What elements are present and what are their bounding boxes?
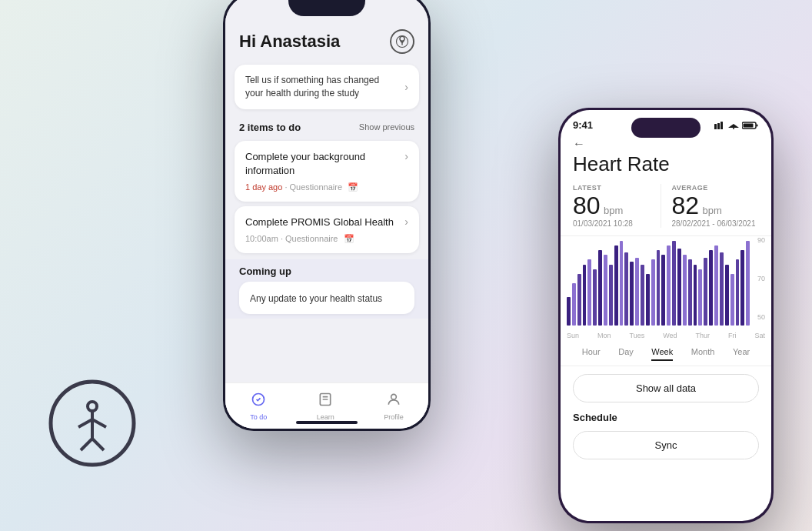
- nav-learn[interactable]: Learn: [317, 392, 334, 421]
- nav-profile[interactable]: Profile: [384, 392, 404, 421]
- chart-bar-34: [746, 241, 750, 326]
- todo-card-2[interactable]: Complete PROMIS Global Health › 10:00am …: [235, 206, 419, 253]
- nav-todo[interactable]: To do: [250, 392, 267, 421]
- latest-value: 80: [573, 192, 601, 219]
- svg-rect-19: [720, 122, 723, 129]
- logo: [46, 377, 138, 469]
- chart-bar-19: [667, 245, 671, 326]
- show-previous-link[interactable]: Show previous: [359, 122, 414, 132]
- x-label-tue: Tues: [630, 332, 645, 339]
- todo-card-2-time: 10:00am: [245, 234, 278, 243]
- status-icons: [714, 122, 759, 129]
- y-label-70: 70: [757, 275, 765, 282]
- greeting-text: Hi Anastasia: [239, 32, 340, 52]
- chart-bar-3: [583, 265, 587, 326]
- chart-bar-25: [698, 269, 702, 326]
- chart-bar-8: [609, 265, 613, 326]
- nav-todo-label: To do: [250, 413, 267, 421]
- chart-bar-24: [694, 265, 697, 326]
- svg-line-6: [92, 439, 104, 450]
- x-label-fri: Fri: [728, 332, 737, 339]
- chart-bar-7: [604, 255, 607, 326]
- heart-rate-chart: 90 70 50: [561, 236, 771, 329]
- latest-date: 01/03/2021 10:28: [573, 219, 661, 228]
- tab-week[interactable]: Week: [651, 344, 673, 361]
- chart-y-labels: 90 70 50: [757, 236, 765, 321]
- coming-up-section: Coming up Any update to your health stat…: [225, 259, 428, 319]
- dynamic-island: [631, 118, 701, 138]
- todo-card-1[interactable]: Complete your background information › 1…: [235, 141, 419, 202]
- heart-rate-title: Heart Rate: [561, 152, 771, 184]
- chart-bar-21: [677, 249, 681, 326]
- home-indicator: [296, 421, 358, 424]
- y-label-50: 50: [757, 313, 765, 321]
- avatar-icon[interactable]: [390, 29, 414, 54]
- latest-stat: LATEST 80 bpm 01/03/2021 10:28: [573, 184, 661, 228]
- chart-bar-26: [704, 258, 707, 326]
- chart-bar-9: [614, 245, 618, 326]
- chart-bar-11: [624, 252, 628, 326]
- todo-card-2-type: Questionnaire: [285, 234, 338, 243]
- status-time: 9:41: [573, 119, 593, 131]
- svg-point-7: [400, 36, 404, 41]
- profile-icon: [386, 392, 401, 411]
- chart-bar-29: [720, 252, 724, 326]
- chart-bar-23: [688, 259, 692, 326]
- chart-bar-17: [657, 250, 661, 326]
- chart-bar-20: [672, 241, 676, 326]
- chart-bar-22: [683, 255, 687, 326]
- x-label-sun: Sun: [567, 332, 579, 339]
- chart-bar-32: [736, 259, 740, 326]
- chevron-right-icon-1: ›: [404, 150, 408, 162]
- calendar-icon: 📅: [348, 182, 358, 192]
- latest-label: LATEST: [573, 184, 661, 192]
- todo-card-2-meta: 10:00am · Questionnaire 📅: [245, 234, 408, 244]
- chart-bar-30: [725, 265, 729, 326]
- x-label-thu: Thur: [696, 332, 710, 339]
- calendar-icon-2: 📅: [344, 234, 354, 243]
- chart-bar-31: [730, 274, 734, 326]
- todo-section-header: 2 items to do Show previous: [225, 114, 428, 138]
- chart-bar-13: [635, 258, 639, 326]
- todo-card-1-type: Questionnaire: [290, 182, 343, 192]
- chart-bar-15: [646, 274, 650, 326]
- todo-card-1-overdue: 1 day ago: [245, 182, 282, 192]
- latest-unit: bpm: [604, 205, 623, 216]
- average-stat: AVERAGE 82 bpm 28/02/2021 - 06/03/2021: [661, 184, 760, 228]
- x-label-wed: Wed: [663, 332, 677, 339]
- chart-bar-16: [651, 259, 655, 326]
- health-notification-card[interactable]: Tell us if something has changed your he…: [235, 65, 419, 109]
- time-tabs: Hour Day Week Month Year: [561, 339, 771, 366]
- svg-line-3: [78, 419, 92, 427]
- chart-bar-28: [714, 245, 718, 326]
- nav-profile-label: Profile: [384, 413, 404, 421]
- average-value-container: 82 bpm: [672, 193, 760, 218]
- phone-notch: [288, 0, 365, 16]
- svg-line-5: [81, 439, 92, 450]
- screen-header: Hi Anastasia: [225, 22, 428, 60]
- sync-button[interactable]: Sync: [573, 431, 759, 459]
- bottom-nav: To do Learn: [225, 382, 428, 429]
- tab-day[interactable]: Day: [618, 344, 634, 361]
- coming-up-card: Any update to your health status: [239, 282, 414, 314]
- chart-bar-10: [620, 241, 624, 326]
- phone-right: 9:41 ← Heart Rate LATEST 80 b: [558, 108, 774, 523]
- back-icon: ←: [573, 137, 585, 150]
- coming-up-text: Any update to your health status: [250, 293, 382, 304]
- svg-point-16: [391, 394, 397, 399]
- heart-rate-screen: 9:41 ← Heart Rate LATEST 80 b: [561, 110, 771, 521]
- chart-bar-33: [740, 250, 744, 326]
- show-all-data-button[interactable]: Show all data: [573, 374, 759, 402]
- tab-year[interactable]: Year: [733, 344, 750, 361]
- x-label-sat: Sat: [754, 332, 765, 339]
- nav-learn-label: Learn: [317, 413, 334, 421]
- svg-rect-18: [717, 123, 720, 129]
- svg-rect-22: [744, 123, 754, 127]
- average-label: AVERAGE: [672, 184, 760, 192]
- chart-bar-27: [709, 250, 713, 326]
- average-value: 82: [672, 192, 700, 219]
- chart-bar-4: [587, 259, 591, 326]
- tab-hour[interactable]: Hour: [582, 344, 601, 361]
- tab-month[interactable]: Month: [691, 344, 715, 361]
- y-label-90: 90: [757, 236, 765, 244]
